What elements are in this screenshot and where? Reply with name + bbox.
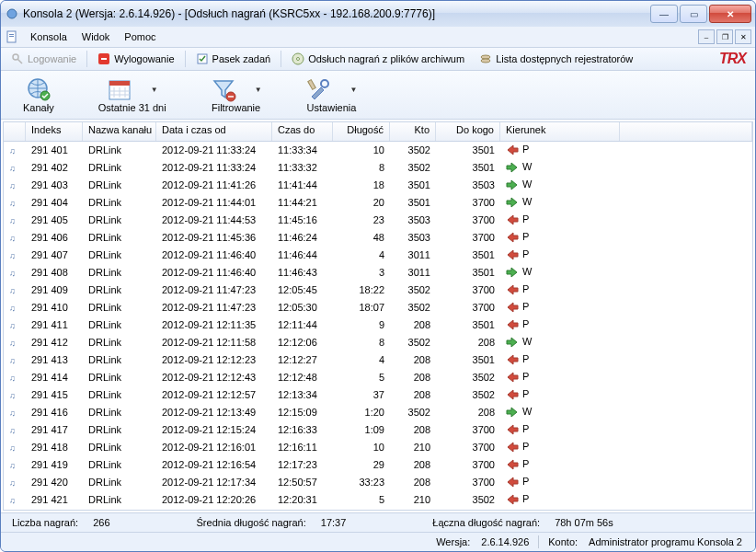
col-indeks[interactable]: Indeks — [26, 122, 83, 141]
col-kto[interactable]: Kto — [390, 122, 436, 141]
table-row[interactable]: ♫291 408DRLink2012-09-21 11:46:4011:46:4… — [4, 264, 752, 282]
arrow-left-icon — [506, 388, 519, 401]
channels-button[interactable]: Kanały — [19, 75, 58, 115]
table-row[interactable]: ♫291 404DRLink2012-09-21 11:44:0111:44:2… — [4, 194, 752, 212]
logout-button[interactable]: Wylogowanie — [91, 50, 180, 68]
menu-widok[interactable]: Widok — [74, 29, 118, 44]
menu-pomoc[interactable]: Pomoc — [117, 29, 163, 44]
cell-indeks: 291 412 — [26, 337, 83, 348]
cell-duration: 18:07 — [333, 302, 390, 313]
big-toolbar: Kanały ▼ Ostatnie 31 dni ▼ Filtrowanie — [1, 71, 755, 120]
cell-indeks: 291 409 — [26, 284, 83, 295]
settings-button[interactable]: ▼ Ustawienia — [303, 75, 361, 115]
table-row[interactable]: ♫291 418DRLink2012-09-21 12:16:0112:16:1… — [4, 439, 752, 456]
cell-indeks: 291 420 — [26, 477, 83, 488]
table-row[interactable]: ♫291 421DRLink2012-09-21 12:20:2612:20:3… — [4, 491, 752, 509]
cell-duration: 1:09 — [333, 424, 390, 435]
archive-button[interactable]: Odsłuch nagrań z plików archiwum — [285, 50, 471, 68]
cell-duration: 4 — [333, 354, 390, 365]
direction-letter: P — [522, 144, 529, 155]
direction-letter: W — [522, 266, 532, 277]
cell-indeks: 291 419 — [26, 459, 83, 470]
cell-duration: 37 — [333, 389, 390, 400]
menu-konsola[interactable]: Konsola — [23, 29, 74, 44]
globe-check-icon — [26, 76, 52, 102]
cell-from: 2012-09-21 11:44:01 — [156, 197, 272, 208]
cell-to: 12:12:48 — [272, 372, 333, 383]
mdi-minimize-button[interactable]: – — [698, 29, 715, 44]
menubar: Konsola Widok Pomoc – ❐ ✕ — [1, 27, 755, 48]
arrow-right-icon — [506, 178, 519, 191]
cell-to: 12:05:30 — [272, 302, 333, 313]
table-row[interactable]: ♫291 403DRLink2012-09-21 11:41:2611:41:4… — [4, 177, 752, 194]
close-button[interactable]: ✕ — [709, 5, 751, 23]
arrow-left-icon — [506, 493, 519, 506]
table-row[interactable]: ♫291 415DRLink2012-09-21 12:12:5712:13:3… — [4, 386, 752, 404]
table-row[interactable]: ♫291 411DRLink2012-09-21 12:11:3512:11:4… — [4, 316, 752, 334]
recording-icon: ♫ — [9, 374, 16, 383]
settings-label: Ustawienia — [307, 102, 357, 113]
table-row[interactable]: ♫291 413DRLink2012-09-21 12:12:2312:12:2… — [4, 351, 752, 369]
mdi-restore-button[interactable]: ❐ — [716, 29, 733, 44]
direction-letter: W — [522, 406, 532, 417]
mdi-close-button[interactable]: ✕ — [735, 29, 751, 44]
cell-from: 2012-09-21 12:17:34 — [156, 477, 272, 488]
arrow-left-icon — [506, 213, 519, 226]
direction-letter: P — [522, 423, 529, 434]
recorders-button[interactable]: Lista dostępnych rejestratorów — [473, 50, 639, 68]
table-row[interactable]: ♫291 405DRLink2012-09-21 11:44:5311:45:1… — [4, 212, 752, 229]
col-icon[interactable] — [4, 122, 26, 141]
minimize-button[interactable]: — — [650, 5, 678, 23]
table-row[interactable]: ♫291 420DRLink2012-09-21 12:17:3412:50:5… — [4, 474, 752, 491]
cell-from: 2012-09-21 11:33:24 — [156, 162, 272, 173]
recording-icon: ♫ — [9, 321, 16, 330]
svg-line-5 — [17, 59, 22, 63]
disc-icon — [292, 52, 304, 65]
maximize-button[interactable]: ▭ — [680, 5, 707, 23]
table-row[interactable]: ♫291 410DRLink2012-09-21 11:47:2312:05:3… — [4, 299, 752, 316]
logout-label: Wylogowanie — [114, 53, 174, 64]
cell-to-who: 3700 — [436, 232, 500, 243]
table-row[interactable]: ♫291 402DRLink2012-09-21 11:33:2411:33:3… — [4, 159, 752, 177]
archive-label: Odsłuch nagrań z plików archiwum — [308, 53, 464, 64]
cell-channel: DRLink — [83, 179, 156, 190]
table-row[interactable]: ♫291 412DRLink2012-09-21 12:11:5812:12:0… — [4, 334, 752, 351]
table-row[interactable]: ♫291 406DRLink2012-09-21 11:45:3611:46:2… — [4, 229, 752, 247]
cell-to: 12:11:44 — [272, 319, 333, 330]
cell-from: 2012-09-21 11:46:40 — [156, 267, 272, 278]
col-data-od[interactable]: Data i czas od — [156, 122, 272, 141]
login-label: Logowanie — [28, 53, 76, 64]
col-czas-do[interactable]: Czas do — [272, 122, 333, 141]
direction-letter: P — [522, 388, 529, 399]
cell-to-who: 3501 — [436, 354, 500, 365]
direction-letter: P — [522, 318, 529, 329]
arrow-left-icon — [506, 283, 519, 296]
cell-from: 2012-09-21 12:16:01 — [156, 442, 272, 453]
cell-direction: P — [500, 441, 620, 454]
cell-to-who: 3700 — [436, 302, 500, 313]
filter-button[interactable]: ▼ Filtrowanie — [207, 75, 266, 115]
cell-direction: W — [500, 196, 620, 209]
col-do-kogo[interactable]: Do kogo — [436, 122, 500, 141]
table-row[interactable]: ♫291 409DRLink2012-09-21 11:47:2312:05:4… — [4, 282, 752, 299]
recording-icon: ♫ — [9, 216, 16, 225]
table-row[interactable]: ♫291 417DRLink2012-09-21 12:15:2412:16:3… — [4, 421, 752, 439]
table-row[interactable]: ♫291 414DRLink2012-09-21 12:12:4312:12:4… — [4, 369, 752, 386]
cell-indeks: 291 402 — [26, 162, 83, 173]
grid-body[interactable]: ♫291 401DRLink2012-09-21 11:33:2411:33:3… — [4, 142, 752, 510]
arrow-left-icon — [506, 231, 519, 244]
table-row[interactable]: ♫291 419DRLink2012-09-21 12:16:5412:17:2… — [4, 456, 752, 474]
col-nazwa[interactable]: Nazwa kanału — [83, 122, 156, 141]
table-row[interactable]: ♫291 401DRLink2012-09-21 11:33:2411:33:3… — [4, 142, 752, 159]
table-row[interactable]: ♫291 416DRLink2012-09-21 12:13:4912:15:0… — [4, 404, 752, 421]
taskbar-button[interactable]: Pasek zadań — [189, 50, 278, 68]
direction-letter: P — [522, 371, 529, 382]
arrow-left-icon — [506, 423, 519, 436]
version-value: 2.6.14.926 — [475, 536, 534, 547]
col-dlugosc[interactable]: Długość — [333, 122, 390, 141]
last31-button[interactable]: ▼ Ostatnie 31 dni — [95, 75, 170, 115]
recording-icon: ♫ — [9, 164, 16, 173]
cell-duration: 10 — [333, 144, 390, 155]
table-row[interactable]: ♫291 407DRLink2012-09-21 11:46:4011:46:4… — [4, 247, 752, 264]
col-kierunek[interactable]: Kierunek — [500, 122, 620, 141]
